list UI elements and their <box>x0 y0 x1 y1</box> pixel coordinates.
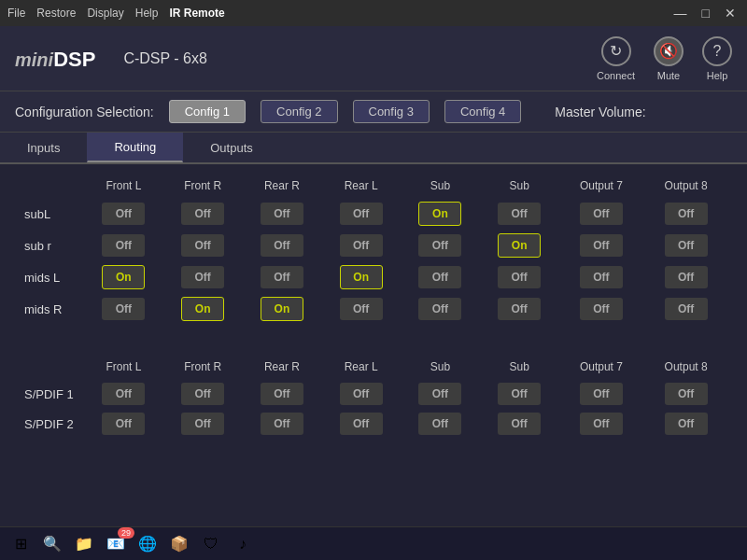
config-3-button[interactable]: Config 3 <box>353 100 430 123</box>
col-header-sub-2-2: Sub <box>480 355 559 379</box>
taskbar-search-icon[interactable]: 🔍 <box>39 531 65 557</box>
route-btn-midsl-rearr[interactable]: Off <box>261 266 303 288</box>
route-btn-midsl-sub1[interactable]: Off <box>418 266 461 288</box>
route-btn-spdif1-frontr[interactable]: Off <box>181 383 224 405</box>
route-btn-subr-frontr[interactable]: Off <box>181 234 224 257</box>
help-button[interactable]: ? Help <box>702 36 732 81</box>
taskbar-file-icon[interactable]: 📁 <box>71 531 97 557</box>
master-volume-label: Master Volume: <box>555 105 645 119</box>
route-btn-spdif1-rearr[interactable]: Off <box>261 383 303 405</box>
route-btn-spdif1-frontl[interactable]: Off <box>102 383 145 405</box>
taskbar-mail-icon[interactable]: 📧 <box>103 531 129 557</box>
route-btn-midsl-frontr[interactable]: Off <box>181 266 224 288</box>
route-btn-subl-sub1[interactable]: On <box>418 202 461 226</box>
table-row: mids L On Off Off On Off Off Off Off <box>19 261 728 293</box>
route-btn-subl-frontl[interactable]: Off <box>102 203 145 225</box>
route-btn-spdif2-out7[interactable]: Off <box>580 413 623 435</box>
col-header-front-r-2: Front R <box>163 355 243 379</box>
route-btn-midsr-frontl[interactable]: Off <box>102 298 145 320</box>
config-4-button[interactable]: Config 4 <box>444 100 521 123</box>
menu-display[interactable]: Display <box>87 7 123 20</box>
route-btn-subl-rearl[interactable]: Off <box>340 203 383 225</box>
route-btn-midsr-out8[interactable]: Off <box>665 298 708 320</box>
route-btn-midsl-sub2[interactable]: Off <box>498 266 541 288</box>
menu-file[interactable]: File <box>7 7 25 20</box>
route-btn-subl-out7[interactable]: Off <box>580 203 623 225</box>
menu-help[interactable]: Help <box>135 7 159 20</box>
col-header-sub-1-2: Sub <box>401 355 480 379</box>
route-btn-subr-frontl[interactable]: Off <box>102 234 145 257</box>
taskbar-music-icon[interactable]: ♪ <box>230 531 256 557</box>
col-header-rear-l-2: Rear L <box>321 355 401 379</box>
route-btn-spdif2-rearr[interactable]: Off <box>261 413 303 435</box>
connect-button[interactable]: ↻ Connect <box>597 36 635 81</box>
window-controls: — □ ✕ <box>670 6 740 21</box>
config-2-button[interactable]: Config 2 <box>261 100 337 123</box>
tab-outputs[interactable]: Outputs <box>183 133 280 162</box>
table-header-row-1: Front L Front R Rear R Rear L Sub Sub Ou… <box>19 174 728 198</box>
col-header-rear-r: Rear R <box>243 174 322 198</box>
route-btn-spdif1-rearl[interactable]: Off <box>340 383 383 405</box>
route-btn-spdif2-frontl[interactable]: Off <box>102 413 145 435</box>
routing-section-2: Front L Front R Rear R Rear L Sub Sub Ou… <box>19 355 728 439</box>
route-btn-midsl-frontl[interactable]: On <box>102 265 145 289</box>
route-btn-subr-sub2[interactable]: On <box>498 233 541 258</box>
taskbar-app-icon[interactable]: 📦 <box>166 531 192 557</box>
table-row: sub r Off Off Off Off Off On Off Off <box>19 230 728 261</box>
tabs-bar: Inputs Routing Outputs <box>0 133 747 164</box>
route-btn-midsr-out7[interactable]: Off <box>580 298 623 320</box>
cell-subl-out7: Off <box>559 198 644 230</box>
cell-subl-frontl: Off <box>84 198 163 230</box>
route-btn-spdif1-out7[interactable]: Off <box>580 383 623 405</box>
route-btn-subl-sub2[interactable]: Off <box>498 203 541 225</box>
taskbar-shield-icon[interactable]: 🛡 <box>198 531 224 557</box>
mute-label: Mute <box>657 70 680 81</box>
route-btn-subr-rearl[interactable]: Off <box>340 234 383 257</box>
route-btn-spdif2-rearl[interactable]: Off <box>340 413 383 435</box>
route-btn-subr-out8[interactable]: Off <box>665 234 708 257</box>
help-label: Help <box>707 70 728 81</box>
header-actions: ↻ Connect 🔇 Mute ? Help <box>597 36 732 81</box>
help-icon: ? <box>702 36 732 66</box>
route-btn-midsl-out7[interactable]: Off <box>580 266 623 288</box>
route-btn-spdif1-sub2[interactable]: Off <box>498 383 541 405</box>
tab-routing[interactable]: Routing <box>87 133 183 162</box>
route-btn-midsr-rearr[interactable]: On <box>261 297 303 321</box>
route-btn-midsr-frontr[interactable]: On <box>181 297 224 321</box>
route-btn-subl-rearr[interactable]: Off <box>261 203 303 225</box>
row-label-subl: subL <box>19 198 84 230</box>
route-btn-midsr-sub2[interactable]: Off <box>498 298 541 320</box>
routing-section-1: Front L Front R Rear R Rear L Sub Sub Ou… <box>19 174 728 325</box>
col-header-front-l: Front L <box>84 174 163 198</box>
col-header-front-l-2: Front L <box>84 355 163 379</box>
close-button[interactable]: ✕ <box>721 6 740 21</box>
taskbar-start-icon[interactable]: ⊞ <box>7 531 34 557</box>
mute-button[interactable]: 🔇 Mute <box>654 36 684 81</box>
route-btn-spdif1-out8[interactable]: Off <box>665 383 708 405</box>
route-btn-midsl-out8[interactable]: Off <box>665 266 708 288</box>
table-row: mids R Off On On Off Off Off Off Off <box>19 293 728 325</box>
tab-inputs[interactable]: Inputs <box>0 133 87 162</box>
route-btn-spdif2-frontr[interactable]: Off <box>181 413 224 435</box>
route-btn-spdif2-sub1[interactable]: Off <box>418 413 461 435</box>
config-1-button[interactable]: Config 1 <box>169 100 246 123</box>
route-btn-midsr-sub1[interactable]: Off <box>418 298 461 320</box>
route-btn-spdif1-sub1[interactable]: Off <box>418 383 461 405</box>
route-btn-subr-rearr[interactable]: Off <box>261 234 303 257</box>
route-btn-subr-out7[interactable]: Off <box>580 234 623 257</box>
logo-text: miniDSP <box>15 44 95 73</box>
taskbar-browser-icon[interactable]: 🌐 <box>134 531 161 557</box>
minimize-button[interactable]: — <box>670 6 691 21</box>
route-btn-subl-out8[interactable]: Off <box>665 203 708 225</box>
route-btn-subr-sub1[interactable]: Off <box>418 234 461 257</box>
route-btn-subl-frontr[interactable]: Off <box>181 203 224 225</box>
cell-subl-sub2: Off <box>480 198 559 230</box>
app-header: miniDSP C-DSP - 6x8 ↻ Connect 🔇 Mute ? H… <box>0 26 747 91</box>
route-btn-midsr-rearl[interactable]: Off <box>340 298 383 320</box>
table-row: S/PDIF 1 Off Off Off Off Off Off Off Off <box>19 379 728 409</box>
menu-restore[interactable]: Restore <box>36 7 76 20</box>
route-btn-spdif2-out8[interactable]: Off <box>665 413 708 435</box>
route-btn-midsl-rearl[interactable]: On <box>340 265 383 289</box>
maximize-button[interactable]: □ <box>698 6 713 21</box>
route-btn-spdif2-sub2[interactable]: Off <box>498 413 541 435</box>
